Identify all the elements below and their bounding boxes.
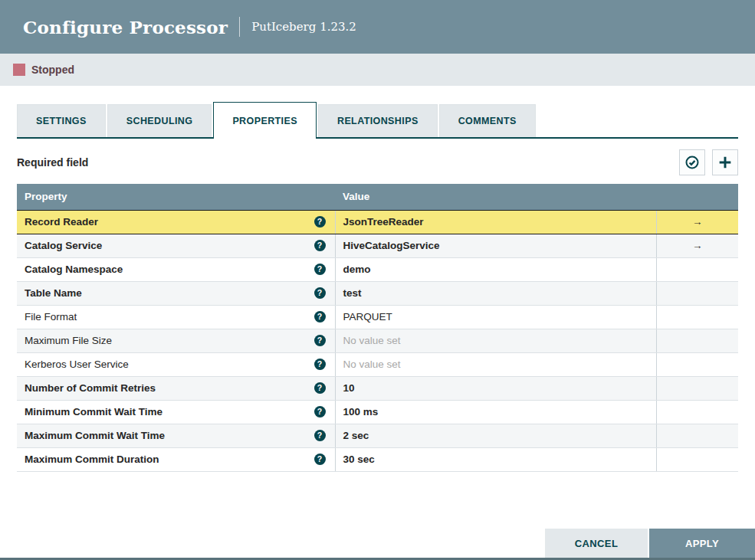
- required-field-label: Required field: [17, 156, 88, 169]
- value-cell[interactable]: No value set: [335, 329, 656, 352]
- help-icon[interactable]: ?: [314, 430, 326, 441]
- goto-service-arrow-icon[interactable]: →: [656, 234, 738, 257]
- help-icon[interactable]: ?: [314, 311, 326, 323]
- property-name: Number of Commit Retries: [25, 382, 156, 394]
- tab-scheduling[interactable]: SCHEDULING: [107, 104, 212, 137]
- table-row[interactable]: Number of Commit Retries?10: [17, 376, 738, 400]
- property-name: Kerberos User Service: [25, 359, 129, 370]
- plus-icon: [717, 154, 734, 171]
- tab-comments[interactable]: COMMENTS: [439, 104, 536, 137]
- property-cell: Maximum Commit Wait Time?: [17, 424, 335, 447]
- status-label: Stopped: [31, 64, 74, 76]
- property-cell: Minimum Commit Wait Time?: [17, 400, 335, 424]
- property-column-header: Property: [17, 184, 335, 210]
- goto-cell-empty: [656, 329, 738, 352]
- dialog-title: Configure Processor: [23, 17, 228, 38]
- help-icon[interactable]: ?: [314, 287, 326, 299]
- value-cell[interactable]: 30 sec: [335, 447, 656, 471]
- value-cell[interactable]: PARQUET: [335, 305, 656, 329]
- dialog-footer: CANCEL APPLY: [545, 529, 755, 558]
- help-icon[interactable]: ?: [314, 240, 326, 251]
- goto-cell-empty: [656, 424, 738, 447]
- tab-settings[interactable]: SETTINGS: [17, 104, 106, 137]
- dialog-content: SETTINGS SCHEDULING PROPERTIES RELATIONS…: [0, 102, 755, 472]
- table-row[interactable]: Record Reader?JsonTreeReader→: [17, 210, 738, 234]
- table-row[interactable]: Catalog Namespace?demo: [17, 257, 738, 281]
- property-name: Record Reader: [25, 216, 98, 228]
- value-column-header: Value: [335, 184, 656, 210]
- value-cell[interactable]: 2 sec: [335, 424, 656, 447]
- property-cell: Number of Commit Retries?: [17, 376, 335, 400]
- help-icon[interactable]: ?: [314, 382, 326, 394]
- table-row[interactable]: Maximum Commit Duration?30 sec: [17, 447, 738, 471]
- status-bar: Stopped: [0, 54, 755, 86]
- property-cell: Maximum Commit Duration?: [17, 447, 335, 471]
- configure-processor-dialog: Configure Processor PutIceberg 1.23.2 St…: [0, 0, 755, 560]
- goto-cell-empty: [656, 305, 738, 329]
- tab-properties[interactable]: PROPERTIES: [213, 102, 317, 139]
- help-icon[interactable]: ?: [314, 454, 326, 465]
- property-cell: Record Reader?: [17, 210, 335, 234]
- property-cell: Kerberos User Service?: [17, 352, 335, 376]
- property-cell: Table Name?: [17, 281, 335, 305]
- goto-cell-empty: [656, 447, 738, 471]
- property-cell: Catalog Namespace?: [17, 257, 335, 281]
- add-property-button[interactable]: [712, 149, 738, 175]
- property-cell: File Format?: [17, 305, 335, 329]
- property-name: Catalog Namespace: [25, 264, 123, 275]
- goto-service-arrow-icon[interactable]: →: [656, 210, 738, 234]
- value-cell[interactable]: demo: [335, 257, 656, 281]
- table-row[interactable]: Minimum Commit Wait Time?100 ms: [17, 400, 738, 424]
- table-row[interactable]: Kerberos User Service?No value set: [17, 352, 738, 376]
- processor-type-version: PutIceberg 1.23.2: [251, 20, 356, 34]
- help-icon[interactable]: ?: [314, 406, 326, 418]
- table-header-row: Property Value: [17, 184, 738, 210]
- table-row[interactable]: File Format?PARQUET: [17, 305, 738, 329]
- check-circle-icon: [684, 155, 700, 170]
- table-row[interactable]: Maximum File Size?No value set: [17, 329, 738, 352]
- help-icon[interactable]: ?: [314, 335, 326, 346]
- value-cell[interactable]: 100 ms: [335, 400, 656, 424]
- goto-cell-empty: [656, 376, 738, 400]
- apply-button[interactable]: APPLY: [649, 529, 755, 558]
- property-name: Maximum Commit Duration: [25, 454, 159, 465]
- title-divider: [239, 17, 240, 37]
- goto-cell-empty: [656, 281, 738, 305]
- property-name: Minimum Commit Wait Time: [25, 406, 162, 418]
- goto-cell-empty: [656, 352, 738, 376]
- dialog-header: Configure Processor PutIceberg 1.23.2: [0, 0, 755, 54]
- property-cell: Catalog Service?: [17, 234, 335, 257]
- help-icon[interactable]: ?: [314, 359, 326, 370]
- property-name: Table Name: [25, 287, 82, 299]
- toolbar-buttons: [672, 149, 738, 175]
- property-name: Maximum File Size: [25, 335, 112, 346]
- tab-bar: SETTINGS SCHEDULING PROPERTIES RELATIONS…: [17, 102, 738, 139]
- table-row[interactable]: Maximum Commit Wait Time?2 sec: [17, 424, 738, 447]
- verify-properties-button[interactable]: [679, 149, 705, 175]
- property-name: Catalog Service: [25, 240, 102, 251]
- tab-relationships[interactable]: RELATIONSHIPS: [318, 104, 438, 137]
- stopped-status-icon: [13, 64, 25, 76]
- value-cell[interactable]: 10: [335, 376, 656, 400]
- value-cell[interactable]: HiveCatalogService: [335, 234, 656, 257]
- value-cell[interactable]: test: [335, 281, 656, 305]
- cancel-button[interactable]: CANCEL: [545, 529, 648, 558]
- property-name: File Format: [25, 311, 77, 323]
- properties-table: Property Value Record Reader?JsonTreeRea…: [17, 184, 738, 472]
- table-row[interactable]: Catalog Service?HiveCatalogService→: [17, 234, 738, 257]
- property-name: Maximum Commit Wait Time: [25, 430, 165, 441]
- property-cell: Maximum File Size?: [17, 329, 335, 352]
- properties-toolbar: Required field: [17, 149, 738, 176]
- goto-cell-empty: [656, 400, 738, 424]
- help-icon[interactable]: ?: [314, 216, 326, 228]
- help-icon[interactable]: ?: [314, 264, 326, 275]
- table-row[interactable]: Table Name?test: [17, 281, 738, 305]
- value-cell[interactable]: JsonTreeReader: [335, 210, 656, 234]
- goto-cell-empty: [656, 257, 738, 281]
- value-cell[interactable]: No value set: [335, 352, 656, 376]
- goto-column-header: [656, 184, 738, 210]
